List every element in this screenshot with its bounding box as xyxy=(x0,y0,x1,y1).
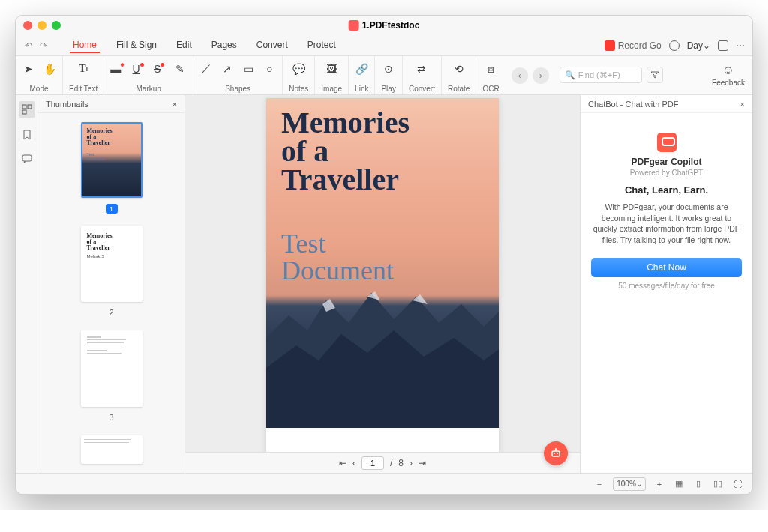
rotate-icon[interactable]: ⟲ xyxy=(452,62,466,76)
thumbnail-page-3[interactable] xyxy=(81,330,142,407)
first-page-button[interactable]: ⇤ xyxy=(339,458,346,468)
page-2-number: 2 xyxy=(109,308,113,317)
next-page-button[interactable]: › xyxy=(410,458,412,468)
rect-icon[interactable]: ▭ xyxy=(242,62,255,76)
tab-protect[interactable]: Protect xyxy=(304,38,339,53)
bookmarks-tab-icon[interactable] xyxy=(20,128,34,142)
chat-now-button[interactable]: Chat Now xyxy=(591,258,742,277)
circle-icon[interactable]: ○ xyxy=(262,62,276,76)
canvas-viewport[interactable]: Memories of a Traveller Test Document xyxy=(185,95,580,452)
record-button[interactable]: Record Go xyxy=(604,40,662,51)
tab-pages[interactable]: Pages xyxy=(208,38,240,53)
pdf-icon xyxy=(349,20,359,31)
toolbar-next-button[interactable]: › xyxy=(532,67,549,84)
edit-text-icon[interactable]: TI xyxy=(76,62,90,76)
chatbot-header: ChatBot - Chat with PDF × xyxy=(580,95,752,113)
page-number-input[interactable] xyxy=(362,456,384,470)
zoom-out-button[interactable]: − xyxy=(593,478,605,490)
highlight-icon[interactable]: ▬ xyxy=(110,62,124,76)
search-input[interactable]: 🔍 Find (⌘+F) xyxy=(560,67,642,83)
maximize-window-button[interactable] xyxy=(52,21,61,30)
chatbot-tagline: Chat, Learn, Earn. xyxy=(591,184,742,196)
pen-icon[interactable]: ✎ xyxy=(173,62,187,76)
share-icon[interactable] xyxy=(718,40,728,51)
more-menu-icon[interactable]: ⋯ xyxy=(736,40,745,51)
titlebar: 1.PDFtestdoc xyxy=(16,16,752,35)
main-area: Thumbnails × Memories of a Traveller Tes… xyxy=(16,95,752,473)
svg-rect-2 xyxy=(22,110,26,114)
comments-tab-icon[interactable] xyxy=(20,152,34,166)
chatbot-description: With PDFgear, your documents are becomin… xyxy=(591,202,742,246)
tab-fill-sign[interactable]: Fill & Sign xyxy=(113,38,160,53)
page-navigation-bar: ⇤ ‹ / 8 › ⇥ xyxy=(185,452,580,473)
toolbar-prev-button[interactable]: ‹ xyxy=(512,67,528,84)
minimize-window-button[interactable] xyxy=(38,21,46,30)
svg-rect-0 xyxy=(22,105,26,109)
last-page-button[interactable]: ⇥ xyxy=(418,458,426,468)
play-icon[interactable]: ⊙ xyxy=(382,62,395,76)
toolbar-mode: ➤ ✋ Mode xyxy=(16,56,63,94)
feedback-icon: ☺ xyxy=(722,64,734,77)
toolbar-nav-arrows: ‹ › xyxy=(506,56,555,94)
close-window-button[interactable] xyxy=(23,21,32,30)
arrow-icon[interactable]: ↗ xyxy=(220,62,234,76)
underline-icon[interactable]: U xyxy=(131,62,145,76)
window-title-text: 1.PDFtestdoc xyxy=(362,20,420,31)
two-page-icon[interactable]: ▯▯ xyxy=(712,478,724,490)
chatbot-powered-by: Powered by ChatGPT xyxy=(591,169,742,177)
chatbot-panel: ChatBot - Chat with PDF × PDFgear Copilo… xyxy=(580,95,752,473)
single-page-icon[interactable]: ▯ xyxy=(692,478,704,490)
undo-redo-group: ↶ ↷ xyxy=(16,40,56,51)
thumbnails-title: Thumbnails xyxy=(46,100,88,109)
line-icon[interactable]: ／ xyxy=(200,62,213,76)
document-canvas: Memories of a Traveller Test Document ⇤ … xyxy=(185,95,580,473)
convert-icon[interactable]: ⇄ xyxy=(415,62,428,76)
filter-button[interactable] xyxy=(646,67,663,83)
toolbar-link: 🔗 Link xyxy=(349,56,375,94)
thumbnail-page-1[interactable]: Memories of a Traveller Test Document xyxy=(81,122,142,198)
ocr-icon[interactable]: ⧈ xyxy=(484,62,498,76)
thumbnails-list[interactable]: Memories of a Traveller Test Document 1 … xyxy=(38,113,184,473)
prev-page-button[interactable]: ‹ xyxy=(352,458,356,468)
zoom-level[interactable]: 100%⌄ xyxy=(613,477,646,491)
search-icon: 🔍 xyxy=(565,70,575,80)
total-pages: 8 xyxy=(398,458,404,468)
ai-floating-button[interactable] xyxy=(544,441,568,465)
close-chatbot-button[interactable]: × xyxy=(740,100,745,109)
cursor-icon[interactable]: ➤ xyxy=(22,62,35,76)
thumbnails-header: Thumbnails × xyxy=(38,95,184,113)
toolbar-convert: ⇄ Convert xyxy=(403,56,442,94)
redo-button[interactable]: ↷ xyxy=(40,40,47,51)
link-icon[interactable]: 🔗 xyxy=(355,62,368,76)
app-window: 1.PDFtestdoc ↶ ↷ Home Fill & Sign Edit P… xyxy=(15,15,753,495)
feedback-button[interactable]: ☺ Feedback xyxy=(704,56,752,94)
undo-button[interactable]: ↶ xyxy=(25,40,32,51)
strikethrough-icon[interactable]: S xyxy=(152,62,166,76)
close-thumbnails-button[interactable]: × xyxy=(172,100,177,109)
zoom-in-button[interactable]: + xyxy=(653,478,665,490)
svg-rect-3 xyxy=(22,155,32,161)
fit-page-icon[interactable]: ▦ xyxy=(673,478,685,490)
traffic-lights xyxy=(23,21,61,30)
image-icon[interactable]: 🖼 xyxy=(325,62,338,76)
tab-convert[interactable]: Convert xyxy=(254,38,291,53)
mountain-illustration xyxy=(266,278,499,428)
top-right-controls: Record Go Day⌄ ⋯ xyxy=(604,40,752,51)
thumbnails-tab-icon[interactable] xyxy=(19,101,35,118)
toolbar-notes: 💬 Notes xyxy=(283,56,315,94)
toolbar-image: 🖼 Image xyxy=(315,56,349,94)
fullscreen-icon[interactable]: ⛶ xyxy=(731,478,743,490)
toolbar-rotate: ⟲ Rotate xyxy=(442,56,476,94)
hand-icon[interactable]: ✋ xyxy=(43,62,56,76)
tab-edit[interactable]: Edit xyxy=(173,38,195,53)
window-title: 1.PDFtestdoc xyxy=(349,20,420,31)
thumbnail-page-4[interactable] xyxy=(81,435,142,464)
theme-toggle[interactable]: Day⌄ xyxy=(687,40,710,51)
tab-home[interactable]: Home xyxy=(70,38,100,53)
toolbar-ocr: ⧈ OCR xyxy=(476,56,505,94)
svg-point-5 xyxy=(554,453,555,454)
svg-point-6 xyxy=(556,453,558,454)
note-icon[interactable]: 💬 xyxy=(292,62,305,76)
page-subtitle: Test Document xyxy=(281,230,394,284)
thumbnail-page-2[interactable]: Memories of a Traveller Mehak S xyxy=(81,226,142,302)
